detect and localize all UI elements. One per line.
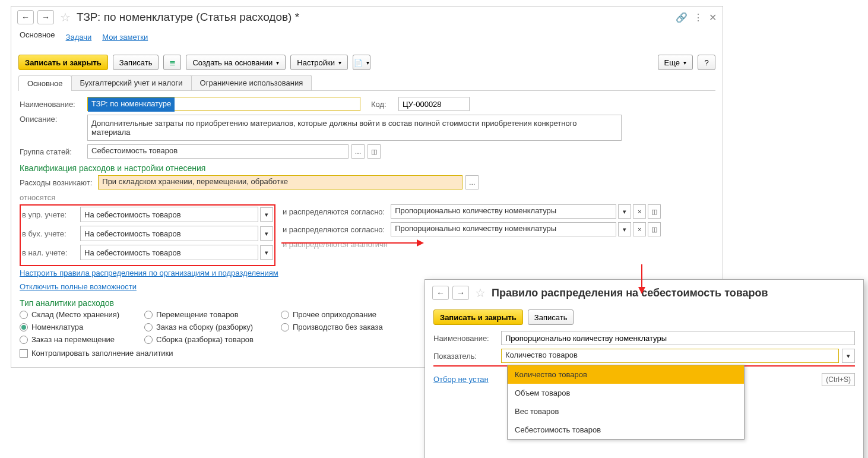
desc-textarea[interactable]: Дополнительные затраты по приобретению м… xyxy=(87,115,622,141)
popup-window: ← → ☆ Правило распределения на себестоим… xyxy=(425,279,864,458)
popup-indicator-input[interactable]: Количество товаров xyxy=(501,349,839,363)
popup-name-input[interactable] xyxy=(501,331,855,345)
radio-production[interactable]: Производство без заказа xyxy=(281,323,411,331)
radio-assembly-order[interactable]: Заказ на сборку (разборку) xyxy=(144,323,275,331)
help-button[interactable]: ? xyxy=(698,55,715,70)
dropdown-opt-cost[interactable]: Себестоимость товаров xyxy=(508,421,744,439)
toolbar: Записать и закрыть Записать Создать на о… xyxy=(11,50,723,75)
window-title: ТЗР: по номенклатуре (Статья расходов) * xyxy=(77,11,672,24)
tab-main[interactable]: Основное xyxy=(18,75,72,91)
forward-button[interactable]: → xyxy=(37,10,54,24)
upr-dist-caret[interactable]: ▾ xyxy=(618,204,631,219)
favorite-icon[interactable]: ☆ xyxy=(60,10,71,24)
upr-select[interactable]: На себестоимость товаров xyxy=(80,207,258,222)
subnav: Основное Задачи Мои заметки xyxy=(11,28,723,50)
tab-restriction[interactable]: Ограничение использования xyxy=(191,75,312,90)
group-label: Группа статей: xyxy=(20,147,84,156)
popup-forward-button[interactable]: → xyxy=(452,286,469,300)
name-input-wrapper[interactable]: ТЗР: по номенклатуре xyxy=(87,97,360,111)
expenses-select-button[interactable]: … xyxy=(465,175,479,189)
titlebar: ← → ☆ ТЗР: по номенклатуре (Статья расхо… xyxy=(11,7,723,28)
radio-move-goods[interactable]: Перемещение товаров xyxy=(144,310,275,319)
upr-caret[interactable]: ▾ xyxy=(260,207,273,222)
popup-indicator-caret[interactable]: ▾ xyxy=(842,349,855,363)
radio-warehouse[interactable]: Склад (Место хранения) xyxy=(20,310,138,319)
buh-dist-label: и распределяются согласно: xyxy=(283,225,385,234)
nal-dist-label: и распределяются аналогичн xyxy=(283,240,388,249)
group-input[interactable]: Себестоимость товаров xyxy=(87,144,349,159)
radio-assembly[interactable]: Сборка (разборка) товаров xyxy=(144,335,275,344)
popup-title: Правило распределения на себестоимость т… xyxy=(492,287,856,299)
group-select-button[interactable]: … xyxy=(351,144,365,159)
buh-dist-open[interactable]: ◫ xyxy=(648,222,661,236)
nal-label: в нал. учете: xyxy=(22,248,78,257)
upr-dist-clear[interactable]: × xyxy=(633,204,646,219)
popup-indicator-label: Показатель: xyxy=(433,352,498,361)
tab-accounting[interactable]: Бухгалтерский учет и налоги xyxy=(71,75,192,90)
upr-dist-input[interactable]: Пропорционально количеству номенклатуры xyxy=(391,204,616,219)
popup-name-label: Наименование: xyxy=(433,334,498,343)
annotation-arrow-right xyxy=(281,242,418,244)
annotation-arrow-down xyxy=(641,264,642,288)
list-icon xyxy=(169,58,176,67)
radio-move-order[interactable]: Заказ на перемещение xyxy=(20,335,138,344)
code-input[interactable] xyxy=(398,97,470,111)
radio-other-receipt[interactable]: Прочее оприходование xyxy=(281,310,411,319)
buh-dist-caret[interactable]: ▾ xyxy=(618,222,631,236)
qualification-title: Квалификация расходов и настройки отнесе… xyxy=(20,163,714,173)
buh-label: в бух. учете: xyxy=(22,229,78,238)
buh-dist-clear[interactable]: × xyxy=(633,222,646,236)
save-close-button[interactable]: Записать и закрыть xyxy=(18,55,108,70)
back-button[interactable]: ← xyxy=(17,10,34,24)
save-button[interactable]: Записать xyxy=(113,55,159,70)
disable-full-link[interactable]: Отключить полные возможности xyxy=(20,282,137,291)
nal-caret[interactable]: ▾ xyxy=(260,245,273,260)
group-open-button[interactable]: ◫ xyxy=(368,144,381,159)
buh-select[interactable]: На себестоимость товаров xyxy=(80,226,258,241)
buh-caret[interactable]: ▾ xyxy=(260,226,273,241)
upr-label: в упр. учете: xyxy=(22,210,78,219)
popup-favorite-icon[interactable]: ☆ xyxy=(475,286,486,300)
expenses-label: Расходы возникают: xyxy=(20,178,92,187)
list-button[interactable] xyxy=(163,55,181,70)
tabs: Основное Бухгалтерский учет и налоги Огр… xyxy=(18,75,715,91)
indicator-dropdown: Количество товаров Объем товаров Вес тов… xyxy=(507,365,745,440)
relates-label: относятся xyxy=(20,193,714,202)
checkbox-icon xyxy=(20,349,28,358)
dropdown-opt-qty[interactable]: Количество товаров xyxy=(508,365,744,384)
popup-save-button[interactable]: Записать xyxy=(528,309,574,325)
popup-back-button[interactable]: ← xyxy=(432,286,449,300)
link-icon[interactable]: 🔗 xyxy=(676,12,688,23)
highlighted-distribution-box: в упр. учете: На себестоимость товаров ▾… xyxy=(20,204,275,266)
close-icon[interactable]: ✕ xyxy=(709,12,717,23)
popup-filter-link[interactable]: Отбор не устан xyxy=(433,375,489,384)
popup-save-close-button[interactable]: Записать и закрыть xyxy=(433,309,523,325)
desc-label: Описание: xyxy=(20,115,84,124)
popup-hint: (Ctrl+S) xyxy=(822,373,855,386)
attach-icon xyxy=(354,58,363,67)
code-label: Код: xyxy=(371,100,395,109)
subnav-tasks[interactable]: Задачи xyxy=(66,33,92,42)
expenses-input[interactable]: При складском хранении, перемещении, обр… xyxy=(98,175,462,189)
name-label: Наименование: xyxy=(20,100,84,109)
upr-dist-open[interactable]: ◫ xyxy=(648,204,661,219)
dropdown-opt-weight[interactable]: Вес товаров xyxy=(508,402,744,421)
name-input[interactable]: ТЗР: по номенклатуре xyxy=(88,97,175,112)
buh-dist-input[interactable]: Пропорционально количеству номенклатуры xyxy=(391,222,616,236)
upr-dist-label: и распределяются согласно: xyxy=(283,207,385,216)
radio-nomenclature[interactable]: Номенклатура xyxy=(20,323,138,331)
attach-button[interactable]: ▾ xyxy=(353,55,370,70)
nal-select[interactable]: На себестоимость товаров xyxy=(80,245,258,260)
subnav-main[interactable]: Основное xyxy=(20,30,55,44)
org-rule-link[interactable]: Настроить правила распределения по орган… xyxy=(20,269,278,277)
kebab-menu-icon[interactable]: ⋮ xyxy=(693,12,703,23)
subnav-notes[interactable]: Мои заметки xyxy=(102,33,148,42)
more-button[interactable]: Еще▾ xyxy=(658,55,693,70)
settings-dropdown-button[interactable]: Настройки▾ xyxy=(290,55,348,70)
create-based-button[interactable]: Создать на основании▾ xyxy=(186,55,286,70)
dropdown-opt-volume[interactable]: Объем товаров xyxy=(508,384,744,402)
